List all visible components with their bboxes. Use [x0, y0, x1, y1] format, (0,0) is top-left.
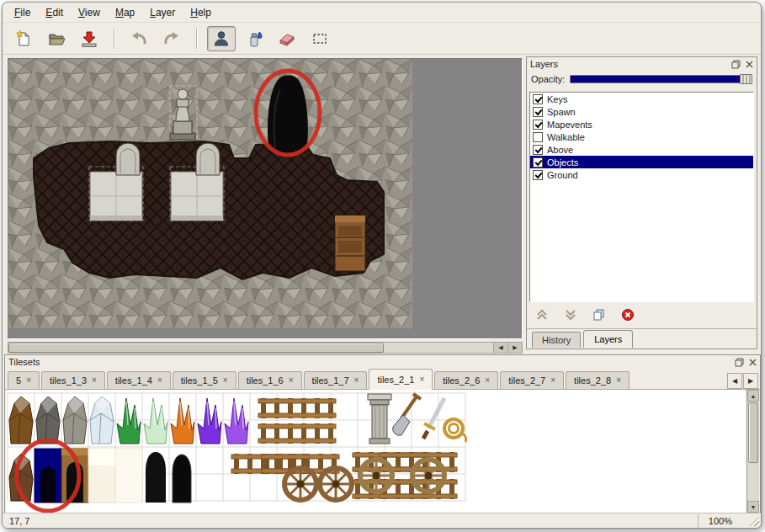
eraser-tool-button[interactable]: [273, 26, 301, 51]
tileset-tab[interactable]: tiles_2_8×: [566, 371, 630, 389]
close-tab-icon[interactable]: ×: [223, 376, 228, 385]
menu-help[interactable]: Help: [183, 4, 218, 21]
close-tab-icon[interactable]: ×: [92, 376, 97, 385]
menu-layer[interactable]: Layer: [143, 4, 182, 21]
tileset-tab[interactable]: 5×: [8, 371, 40, 389]
redo-button[interactable]: [157, 26, 186, 51]
close-tab-icon[interactable]: ×: [157, 376, 162, 385]
close-panel-icon[interactable]: [747, 357, 757, 367]
tileset-tab[interactable]: tiles_2_7×: [500, 371, 564, 389]
tab-scroll-left-button[interactable]: ◀: [727, 373, 742, 389]
person-stamp-icon: [212, 29, 231, 48]
close-tab-icon[interactable]: ×: [550, 376, 555, 385]
scrollbar-thumb[interactable]: [8, 343, 384, 353]
open-button[interactable]: [42, 26, 71, 51]
layer-checkbox[interactable]: [533, 107, 543, 117]
lower-layer-button[interactable]: [560, 306, 581, 323]
close-panel-icon[interactable]: [744, 59, 754, 69]
tile-cave-arch-2[interactable]: [173, 455, 191, 503]
scroll-right-button[interactable]: ▶: [507, 343, 522, 353]
layer-checkbox[interactable]: [533, 94, 543, 104]
tileset-vertical-scrollbar[interactable]: ▲ ▼: [746, 390, 759, 513]
scroll-left-button[interactable]: ◀: [493, 343, 507, 353]
delete-layer-button[interactable]: [618, 306, 638, 323]
scrollbar-thumb[interactable]: [748, 402, 758, 463]
tileset-tab-active[interactable]: tiles_2_1×: [369, 369, 433, 390]
duplicate-layer-button[interactable]: [589, 306, 609, 323]
tileset-tab[interactable]: tiles_1_5×: [173, 371, 236, 389]
undo-button[interactable]: [125, 26, 153, 51]
main-area: ◀ ▶ Layers Opacity:: [3, 55, 761, 354]
fill-tool-button[interactable]: [240, 26, 268, 51]
menu-edit[interactable]: Edit: [39, 4, 70, 21]
tab-layers[interactable]: Layers: [583, 330, 633, 348]
float-panel-icon[interactable]: [734, 357, 744, 367]
raise-layer-button[interactable]: [532, 306, 552, 323]
tilesets-panel-title: Tilesets: [8, 357, 40, 367]
map-horizontal-scrollbar[interactable]: ◀ ▶: [8, 342, 523, 354]
close-tab-icon[interactable]: ×: [289, 376, 294, 385]
tile-wheel-1[interactable]: [284, 468, 316, 500]
float-panel-icon[interactable]: [730, 59, 741, 69]
copy-pages-icon: [592, 308, 607, 322]
layer-row-above[interactable]: Above: [530, 143, 753, 156]
layer-row-keys[interactable]: Keys: [530, 93, 753, 105]
layer-checkbox[interactable]: [533, 120, 543, 130]
tileset-canvas[interactable]: [6, 390, 735, 513]
tileset-tab[interactable]: tiles_2_6×: [434, 371, 498, 389]
cursor-coordinates: 17, 7: [9, 516, 29, 526]
selection-rectangle-icon: [311, 29, 329, 48]
close-tab-icon[interactable]: ×: [26, 376, 31, 385]
layer-checkbox[interactable]: [533, 170, 543, 180]
close-tab-icon[interactable]: ×: [354, 376, 359, 385]
tile-cave-arch-1[interactable]: [146, 452, 166, 503]
menu-file[interactable]: File: [8, 4, 37, 21]
chevrons-down-icon: [563, 308, 578, 322]
map-canvas[interactable]: [8, 59, 522, 338]
tab-history[interactable]: History: [532, 332, 581, 348]
tile-pale-2[interactable]: [115, 449, 142, 503]
stamp-tool-button[interactable]: [207, 26, 236, 51]
layer-row-walkable[interactable]: Walkable: [530, 130, 753, 143]
scroll-down-button[interactable]: ▼: [747, 501, 759, 513]
layer-row-objects[interactable]: Objects: [530, 156, 753, 168]
layer-checkbox[interactable]: [533, 157, 543, 168]
tile-platform-right: [171, 172, 223, 221]
close-tab-icon[interactable]: ×: [419, 375, 424, 384]
chevrons-up-icon: [534, 308, 550, 322]
tile-wheel-2[interactable]: [320, 468, 352, 500]
opacity-slider[interactable]: [570, 75, 752, 83]
layer-checkbox[interactable]: [533, 145, 543, 155]
tileset-tabs: 5× tiles_1_3× tiles_1_4× tiles_1_5× tile…: [5, 368, 760, 390]
selected-tile[interactable]: [35, 449, 61, 503]
new-button[interactable]: [9, 26, 38, 51]
scroll-up-button[interactable]: ▲: [747, 390, 759, 402]
zoom-level: 100%: [698, 514, 754, 528]
tileset-tab[interactable]: tiles_1_7×: [304, 371, 368, 389]
menu-map[interactable]: Map: [109, 4, 141, 21]
layer-row-mapevents[interactable]: Mapevents: [530, 118, 753, 130]
layer-checkbox[interactable]: [533, 132, 543, 142]
opacity-slider-thumb[interactable]: [740, 74, 752, 84]
ink-fill-icon: [245, 29, 263, 48]
app-window: File Edit View Map Layer Help: [2, 2, 762, 529]
layer-row-ground[interactable]: Ground: [530, 168, 753, 181]
tileset-tab[interactable]: tiles_1_6×: [238, 371, 302, 389]
save-button[interactable]: [75, 26, 104, 51]
cabinet: [335, 215, 365, 271]
select-tool-button[interactable]: [305, 26, 334, 51]
layer-row-spawn[interactable]: Spawn: [530, 105, 753, 118]
tile-pale-1[interactable]: [88, 449, 115, 503]
toolbar-separator: [114, 29, 114, 49]
tileset-tab[interactable]: tiles_1_3×: [41, 371, 105, 389]
close-tab-icon[interactable]: ×: [616, 376, 621, 385]
eraser-icon: [278, 29, 296, 48]
save-download-icon: [80, 29, 98, 48]
tileset-tab[interactable]: tiles_1_4×: [107, 371, 171, 389]
menu-view[interactable]: View: [72, 4, 107, 21]
tab-scroll-right-button[interactable]: ▶: [743, 373, 758, 389]
close-tab-icon[interactable]: ×: [485, 376, 490, 385]
tileset-view[interactable]: [6, 390, 746, 513]
layers-panel: Layers Opacity:: [526, 56, 757, 349]
map-viewport[interactable]: [8, 58, 523, 339]
